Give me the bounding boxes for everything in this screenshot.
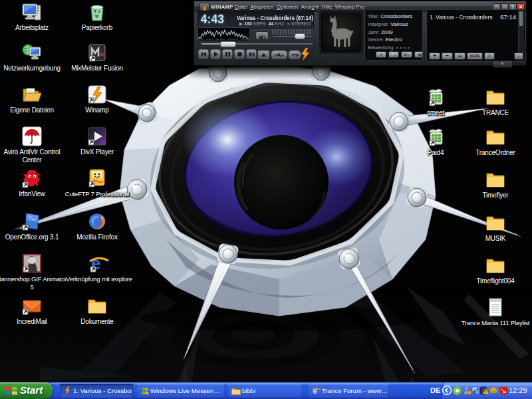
svg-text:e: e bbox=[313, 386, 317, 396]
